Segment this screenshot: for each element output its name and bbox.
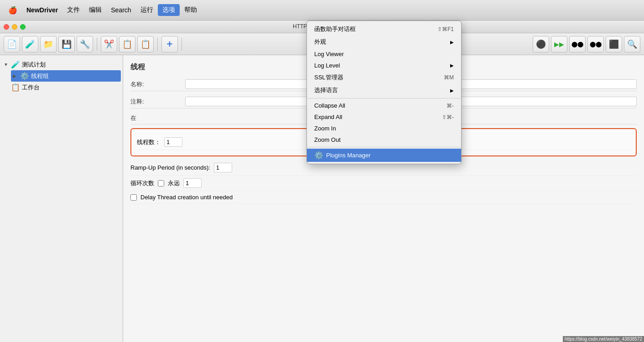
delay-row: Delay Thread creation until needed — [130, 191, 637, 204]
status-bar: https://blog.csdn.net/weiyin_43838572 — [563, 336, 644, 342]
testplan-icon: 🧪 — [11, 60, 20, 69]
menu-zoom-out[interactable]: Zoom Out — [307, 134, 461, 145]
menu-run[interactable]: 运行 — [136, 4, 158, 16]
language-label: 选择语言 — [314, 86, 447, 94]
traffic-lights — [4, 24, 26, 30]
threadgroup-icon: ⚙️ — [20, 72, 29, 80]
menu-log-viewer[interactable]: Log Viewer — [307, 48, 461, 60]
zoom-out-label: Zoom Out — [314, 136, 454, 143]
tree-item-workbench[interactable]: 📋 工作台 — [2, 82, 121, 93]
thread-count-label: 线程数： — [137, 138, 161, 146]
step-button[interactable]: ⬤⬤ — [569, 36, 586, 52]
forever-checkbox[interactable] — [158, 180, 164, 187]
menu-function-helper[interactable]: 函数助手对话框 ⇧⌘F1 — [307, 23, 461, 36]
new-button[interactable]: 📄 — [4, 36, 20, 52]
menu-language[interactable]: 选择语言 ▶ — [307, 84, 461, 97]
expand-all-shortcut: ⇧⌘- — [442, 114, 454, 120]
menu-help[interactable]: 帮助 — [180, 4, 202, 16]
collapse-all-label: Collapse All — [314, 102, 437, 109]
ssl-manager-shortcut: ⌘M — [444, 74, 454, 81]
delay-label: Delay Thread creation until needed — [140, 194, 233, 201]
menu-options[interactable]: 选项 — [158, 4, 180, 16]
paste-button[interactable]: 📋 — [137, 36, 154, 52]
menu-zoom-in[interactable]: Zoom In — [307, 123, 461, 134]
template-button[interactable]: 🧪 — [22, 36, 38, 52]
menu-edit[interactable]: 编辑 — [84, 4, 106, 16]
name-label: 名称: — [130, 80, 185, 88]
menu-file[interactable]: 文件 — [62, 4, 84, 16]
loop-row: 循环次数 永远 — [130, 176, 637, 191]
ramp-up-input[interactable] — [214, 163, 232, 172]
log-level-arrow: ▶ — [450, 63, 454, 68]
forever-label: 永远 — [168, 179, 180, 187]
plugins-manager-label: Plugins Manager — [326, 152, 454, 159]
workbench-icon: 📋 — [11, 83, 20, 92]
close-button[interactable] — [4, 24, 9, 30]
toolbar-separator-2 — [157, 38, 158, 51]
log-viewer-label: Log Viewer — [314, 51, 454, 57]
plugins-icon: ⚙️ — [314, 151, 323, 160]
ssl-manager-label: SSL管理器 — [314, 73, 435, 82]
language-arrow: ▶ — [450, 88, 454, 93]
app-name: NewDriver — [22, 5, 62, 16]
testplan-label: 测试计划 — [22, 61, 46, 69]
apple-menu[interactable]: 🍎 — [4, 4, 22, 16]
expand-all-label: Expand All — [314, 114, 433, 120]
loop-count-input[interactable] — [183, 178, 202, 188]
zoom-in-label: Zoom In — [314, 125, 454, 132]
threadgroup-label: 线程组 — [31, 72, 49, 80]
play-button[interactable]: ▶▶ — [551, 36, 567, 52]
log-level-label: Log Level — [314, 62, 447, 69]
appearance-arrow: ▶ — [450, 40, 454, 45]
add-button[interactable]: + — [161, 36, 178, 52]
menubar: 🍎 NewDriver 文件 编辑 Search 运行 选项 帮助 — [0, 0, 644, 21]
menu-log-level[interactable]: Log Level ▶ — [307, 60, 461, 71]
copy-button[interactable]: 📋 — [119, 36, 135, 52]
ramp-up-label: Ramp-Up Period (in seconds): — [130, 164, 210, 171]
options-dropdown: 函数助手对话框 ⇧⌘F1 外观 ▶ Log Viewer Log Level ▶… — [306, 21, 462, 164]
function-helper-shortcut: ⇧⌘F1 — [437, 26, 454, 32]
loop-label: 循环次数 — [130, 179, 154, 187]
menu-divider-2 — [307, 147, 461, 147]
open-button[interactable]: 📁 — [40, 36, 57, 52]
enable-label: 在 — [130, 114, 185, 122]
delay-checkbox[interactable] — [130, 194, 137, 201]
menu-plugins-manager[interactable]: ⚙️ Plugins Manager — [307, 149, 461, 162]
workbench-label: 工作台 — [22, 83, 40, 92]
menu-ssl-manager[interactable]: SSL管理器 ⌘M — [307, 71, 461, 84]
menu-collapse-all[interactable]: Collapse All ⌘- — [307, 100, 461, 111]
tree-item-testplan[interactable]: ▼ 🧪 测试计划 — [2, 59, 121, 70]
left-panel: ▼ 🧪 测试计划 ▶ ⚙️ 线程组 📋 工作台 — [0, 55, 123, 342]
toolbar-right: ⚫ ▶▶ ⬤⬤ ⬤⬤ ⬛ 🔍 — [533, 36, 640, 52]
menu-expand-all[interactable]: Expand All ⇧⌘- — [307, 111, 461, 123]
circle-btn[interactable]: ⚫ — [533, 36, 549, 52]
menu-divider-1 — [307, 98, 461, 98]
menu-search[interactable]: Search — [106, 5, 135, 16]
tree-item-threadgroup[interactable]: ▶ ⚙️ 线程组 — [11, 70, 121, 82]
toolbar-separator-1 — [97, 38, 97, 51]
thread-count-input[interactable] — [164, 137, 182, 147]
stop-button[interactable]: ⬛ — [606, 36, 622, 52]
collapse-all-shortcut: ⌘- — [447, 103, 454, 109]
save-button[interactable]: 💾 — [58, 36, 75, 52]
pause-button[interactable]: ⬤⬤ — [587, 36, 604, 52]
expand-triangle-tg: ▶ — [13, 73, 18, 78]
broom-button[interactable]: 🔍 — [624, 36, 640, 52]
comment-label: 注释: — [130, 98, 185, 106]
menu-appearance[interactable]: 外观 ▶ — [307, 36, 461, 48]
minimize-button[interactable] — [12, 24, 17, 30]
appearance-label: 外观 — [314, 38, 447, 46]
cut-button[interactable]: ✂️ — [101, 36, 117, 52]
settings-button[interactable]: 🔧 — [77, 36, 93, 52]
expand-triangle: ▼ — [4, 62, 9, 67]
maximize-button[interactable] — [20, 24, 26, 30]
toolbar-separator-3 — [182, 38, 182, 51]
function-helper-label: 函数助手对话框 — [314, 25, 428, 33]
